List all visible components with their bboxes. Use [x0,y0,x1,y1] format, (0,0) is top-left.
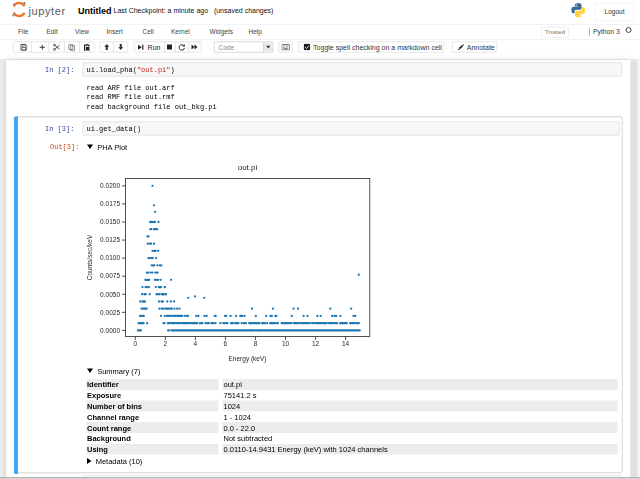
svg-text:8: 8 [254,340,258,347]
svg-text:2: 2 [164,340,168,347]
svg-text:0.0175: 0.0175 [100,200,120,207]
svg-text:0: 0 [133,340,137,347]
svg-text:0.0000: 0.0000 [100,327,120,334]
svg-text:Counts/sec/keV: Counts/sec/keV [87,234,93,280]
svg-text:0.0025: 0.0025 [100,309,120,316]
svg-text:4: 4 [194,340,198,347]
svg-text:Energy (keV): Energy (keV) [229,355,267,363]
svg-text:12: 12 [312,340,320,347]
svg-text:0.0200: 0.0200 [100,182,120,189]
svg-text:0.0050: 0.0050 [100,291,120,298]
svg-text:14: 14 [342,340,350,347]
svg-text:out.pi: out.pi [238,163,258,172]
svg-text:0.0125: 0.0125 [100,236,120,243]
svg-text:10: 10 [282,340,290,347]
svg-text:0.0075: 0.0075 [100,272,120,279]
svg-text:0.0100: 0.0100 [100,254,120,261]
svg-text:6: 6 [224,340,228,347]
svg-text:0.0150: 0.0150 [100,218,120,225]
